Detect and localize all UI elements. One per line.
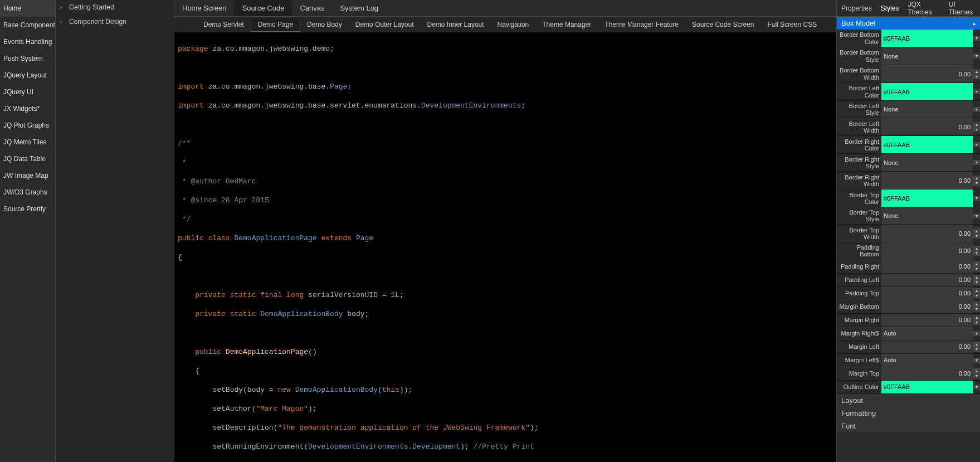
border-bottom-color-input[interactable] xyxy=(881,30,973,47)
chevron-up-icon[interactable]: ▴ xyxy=(976,288,978,293)
subtab-source-code-screen[interactable]: Source Code Screen xyxy=(685,17,760,32)
dropdown-icon[interactable]: ▾ xyxy=(973,385,980,390)
chevron-up-icon[interactable]: ▴ xyxy=(976,275,978,280)
nav-home[interactable]: Home xyxy=(0,0,55,17)
padding-bottom-input[interactable] xyxy=(881,242,973,259)
nav-jw-d3[interactable]: JW/D3 Graphs xyxy=(0,184,55,201)
margin-left-input[interactable] xyxy=(881,341,973,353)
tab-canvas[interactable]: Canvas xyxy=(292,0,332,16)
subtab-demo-servlet[interactable]: Demo Servlet xyxy=(197,17,251,32)
tab-home-screen[interactable]: Home Screen xyxy=(174,0,234,16)
nav-push-system[interactable]: Push System xyxy=(0,50,55,67)
dropdown-icon[interactable]: ▾ xyxy=(973,36,980,41)
section-box-model[interactable]: Box Model ▴ xyxy=(837,17,980,30)
nav-events-handling[interactable]: Events Handling xyxy=(0,33,55,50)
subtab-demo-page[interactable]: Demo Page xyxy=(251,17,300,32)
tab-source-code[interactable]: Source Code xyxy=(234,0,292,16)
border-top-color-input[interactable] xyxy=(881,189,973,207)
margin-right-s-input[interactable] xyxy=(881,327,973,340)
border-left-width-input[interactable] xyxy=(881,118,973,135)
border-right-style-input[interactable] xyxy=(881,154,973,171)
nav-base-components[interactable]: Base Components xyxy=(0,17,55,33)
margin-top-input[interactable] xyxy=(881,367,973,380)
subtab-full-screen-css[interactable]: Full Screen CSS xyxy=(760,17,823,32)
chevron-down-icon[interactable]: ▾ xyxy=(976,320,978,325)
chevron-down-icon[interactable]: ▾ xyxy=(976,347,978,352)
chevron-up-icon[interactable]: ▴ xyxy=(976,315,978,320)
nav-jq-plot[interactable]: JQ Plot Graphs xyxy=(0,117,55,134)
subtab-navigation[interactable]: Navigation xyxy=(491,17,536,32)
spinner[interactable]: ▴▾ xyxy=(973,275,980,285)
margin-left-s-input[interactable] xyxy=(881,354,973,367)
rtab-styles[interactable]: Styles xyxy=(876,0,904,16)
dropdown-icon[interactable]: ▾ xyxy=(973,358,980,363)
border-left-color-input[interactable] xyxy=(881,83,973,100)
dropdown-icon[interactable]: ▾ xyxy=(973,89,980,94)
spinner[interactable]: ▴▾ xyxy=(973,315,980,325)
spinner[interactable]: ▴▾ xyxy=(973,288,980,298)
subtab-theme-manager[interactable]: Theme Manager xyxy=(535,17,598,32)
rtab-jqx-themes[interactable]: JQX Themes xyxy=(903,0,944,16)
chevron-down-icon[interactable]: ▾ xyxy=(976,74,978,79)
spinner[interactable]: ▴▾ xyxy=(973,176,980,186)
chevron-down-icon[interactable]: ▾ xyxy=(976,280,978,285)
spinner[interactable]: ▴▾ xyxy=(973,368,980,378)
rtab-ui-themes[interactable]: UI Themes xyxy=(944,0,980,16)
padding-top-input[interactable] xyxy=(881,287,973,300)
subtab-demo-body[interactable]: Demo Body xyxy=(300,17,349,32)
border-bottom-style-input[interactable] xyxy=(881,47,973,65)
chevron-up-icon[interactable]: ▴ xyxy=(976,228,978,234)
spinner[interactable]: ▴▾ xyxy=(973,122,980,132)
section-font[interactable]: Font xyxy=(837,420,980,432)
chevron-down-icon[interactable]: ▾ xyxy=(976,307,978,312)
dropdown-icon[interactable]: ▾ xyxy=(973,142,980,147)
dropdown-icon[interactable]: ▾ xyxy=(973,213,980,218)
chevron-up-icon[interactable]: ▴ xyxy=(976,176,978,181)
nav-jquery-ui[interactable]: JQuery UI xyxy=(0,84,55,100)
nav-jx-widgets[interactable]: JX Widgets* xyxy=(0,100,55,117)
chevron-down-icon[interactable]: ▾ xyxy=(976,127,978,132)
border-bottom-width-input[interactable] xyxy=(881,65,973,82)
dropdown-icon[interactable]: ▾ xyxy=(973,331,980,336)
margin-right-input[interactable] xyxy=(881,314,973,327)
chevron-down-icon[interactable]: ▾ xyxy=(976,181,978,186)
tree-getting-started[interactable]: › Getting Started xyxy=(56,0,174,14)
chevron-up-icon[interactable]: ▴ xyxy=(976,368,978,373)
chevron-down-icon[interactable]: ▾ xyxy=(976,293,978,298)
subtab-demo-outer[interactable]: Demo Outer Layout xyxy=(349,17,421,32)
spinner[interactable]: ▴▾ xyxy=(973,69,980,79)
padding-left-input[interactable] xyxy=(881,274,973,286)
nav-jq-metro[interactable]: JQ Metro Tiles xyxy=(0,134,55,150)
section-formatting[interactable]: Formatting xyxy=(837,407,980,420)
chevron-up-icon[interactable]: ▴ xyxy=(976,69,978,74)
margin-bottom-input[interactable] xyxy=(881,300,973,313)
border-top-width-input[interactable] xyxy=(881,225,973,242)
chevron-up-icon[interactable]: ▴ xyxy=(976,122,978,127)
nav-jq-datatable[interactable]: JQ Data Table xyxy=(0,150,55,167)
chevron-up-icon[interactable]: ▴ xyxy=(976,246,978,251)
dropdown-icon[interactable]: ▾ xyxy=(973,107,980,112)
nav-source-prettfy[interactable]: Source Prettfy xyxy=(0,201,55,217)
code-editor[interactable]: package za.co.mmagon.jwebswing.demo; imp… xyxy=(174,32,836,462)
dropdown-icon[interactable]: ▾ xyxy=(973,196,980,201)
section-layout[interactable]: Layout xyxy=(837,394,980,407)
border-right-color-input[interactable] xyxy=(881,136,973,153)
chevron-down-icon[interactable]: ▾ xyxy=(976,373,978,378)
tree-component-design[interactable]: › Component Design xyxy=(56,14,174,29)
nav-jw-imagemap[interactable]: JW Image Map xyxy=(0,167,55,184)
spinner[interactable]: ▴▾ xyxy=(973,246,980,256)
border-top-style-input[interactable] xyxy=(881,207,973,224)
rtab-properties[interactable]: Properties xyxy=(837,0,876,16)
chevron-up-icon[interactable]: ▴ xyxy=(976,342,978,347)
subtab-demo-inner[interactable]: Demo Inner Layout xyxy=(421,17,491,32)
spinner[interactable]: ▴▾ xyxy=(973,342,980,352)
nav-jquery-layout[interactable]: JQuery Layout xyxy=(0,67,55,84)
chevron-down-icon[interactable]: ▾ xyxy=(976,251,978,256)
spinner[interactable]: ▴▾ xyxy=(973,228,980,239)
chevron-up-icon[interactable]: ▴ xyxy=(976,301,978,307)
chevron-down-icon[interactable]: ▾ xyxy=(976,234,978,239)
dropdown-icon[interactable]: ▾ xyxy=(973,160,980,165)
spinner[interactable]: ▴▾ xyxy=(973,301,980,312)
subtab-theme-manager-feature[interactable]: Theme Manager Feature xyxy=(598,17,685,32)
tab-system-log[interactable]: System Log xyxy=(332,0,386,16)
